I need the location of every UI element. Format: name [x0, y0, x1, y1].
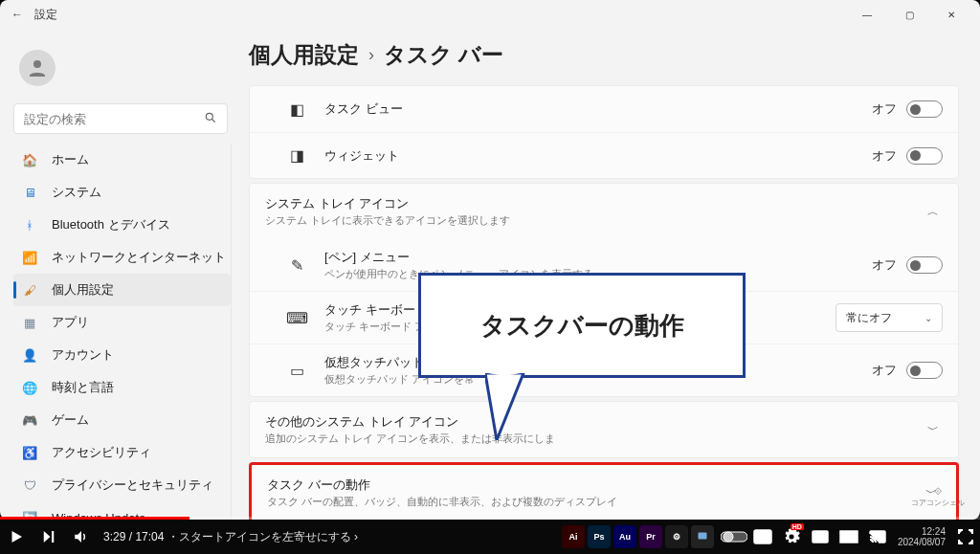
- dropdown[interactable]: 常にオフ⌄: [835, 303, 943, 332]
- profile[interactable]: [13, 38, 232, 98]
- next-button[interactable]: [33, 520, 65, 554]
- sidebar-item-label: 時刻と言語: [52, 379, 114, 396]
- toggle-row-0: ◧ タスク ビュー オフ: [250, 86, 958, 132]
- nav-icon: 📶: [21, 249, 38, 266]
- sidebar-item-label: ホーム: [52, 151, 89, 168]
- core-console-label: ⟐ コアコンシェル: [911, 482, 965, 508]
- toggle-switch[interactable]: [906, 362, 943, 379]
- sidebar-item-label: Bluetooth とデバイス: [52, 216, 170, 233]
- svg-rect-12: [754, 530, 771, 543]
- nav-icon: 🌐: [21, 379, 38, 396]
- svg-marker-6: [44, 531, 51, 543]
- sidebar-item-label: ゲーム: [52, 411, 89, 429]
- breadcrumb-current: タスク バー: [384, 40, 503, 70]
- theater-button[interactable]: [835, 520, 863, 554]
- sidebar-item-label: システム: [52, 184, 101, 201]
- close-button[interactable]: ✕: [930, 0, 972, 29]
- play-button[interactable]: [0, 520, 33, 554]
- taskbar-behavior-row[interactable]: タスク バーの動作 タスク バーの配置、バッジ、自動的に非表示、および複数のディ…: [249, 462, 959, 520]
- nav-icon: 🏠: [21, 151, 38, 168]
- chevron-up-icon: ︿: [924, 204, 943, 220]
- svg-rect-14: [820, 537, 827, 542]
- avatar: [19, 50, 56, 86]
- sidebar-item-label: ネットワークとインターネット: [52, 249, 226, 266]
- toggle-switch[interactable]: [906, 100, 943, 118]
- nav-icon: 🛡: [21, 476, 38, 494]
- other-tray-header[interactable]: その他のシステム トレイ アイコン 追加のシステム トレイ アイコンを表示、また…: [250, 402, 958, 457]
- svg-marker-3: [485, 373, 523, 440]
- svg-rect-9: [698, 533, 706, 540]
- sidebar-item-8[interactable]: 🎮ゲーム: [13, 404, 231, 436]
- row-icon: ⌨: [286, 309, 307, 327]
- chevron-down-icon: ﹀: [924, 422, 943, 438]
- systray-header[interactable]: システム トレイ アイコン システム トレイに表示できるアイコンを選択します ︿: [250, 184, 958, 239]
- sidebar-item-3[interactable]: 📶ネットワークとインターネット: [13, 241, 231, 274]
- window-title: 設定: [34, 7, 57, 23]
- svg-rect-15: [840, 531, 858, 543]
- back-button[interactable]: ←: [8, 8, 27, 21]
- nav-icon: 🖌: [21, 281, 38, 299]
- row-icon: ◧: [286, 100, 307, 119]
- search-icon: [204, 111, 217, 127]
- row-icon: ◨: [286, 146, 307, 165]
- volume-button[interactable]: [65, 520, 98, 554]
- sidebar-item-label: 個人用設定: [52, 281, 114, 299]
- svg-rect-7: [52, 531, 54, 543]
- breadcrumb: 個人用設定 › タスク バー: [249, 40, 959, 70]
- sidebar-item-1[interactable]: 🖥システム: [13, 176, 231, 209]
- maximize-button[interactable]: ▢: [888, 0, 930, 29]
- miniplayer-button[interactable]: [806, 520, 835, 554]
- svg-marker-8: [75, 531, 81, 543]
- annotation-callout: タスクバーの動作: [418, 273, 746, 378]
- time-display: 3:29 / 17:04 ・スタートアイコンを左寄せにする ›: [98, 529, 364, 545]
- minimize-button[interactable]: ―: [846, 0, 888, 29]
- sidebar-item-10[interactable]: 🛡プライバシーとセキュリティ: [13, 469, 231, 501]
- row-icon: ▭: [286, 362, 307, 380]
- toggle-switch[interactable]: [906, 256, 943, 274]
- sidebar-item-label: アクセシビリティ: [52, 444, 151, 461]
- nav-icon: ♿: [21, 444, 38, 461]
- sidebar-item-6[interactable]: 👤アカウント: [13, 339, 231, 371]
- sidebar-item-label: アカウント: [52, 346, 114, 364]
- svg-point-11: [724, 532, 733, 542]
- nav-icon: ᚼ: [21, 216, 38, 233]
- sidebar-item-9[interactable]: ♿アクセシビリティ: [13, 436, 231, 469]
- nav-icon: 🖥: [21, 184, 38, 201]
- sidebar-item-5[interactable]: ▦アプリ: [13, 306, 231, 339]
- fullscreen-button[interactable]: [951, 520, 980, 554]
- taskbar-app-icons: Ai Ps Au Pr ⚙: [562, 525, 714, 548]
- sidebar-item-2[interactable]: ᚼBluetooth とデバイス: [13, 209, 231, 241]
- autoplay-toggle[interactable]: [720, 520, 748, 554]
- cast-button[interactable]: [863, 520, 892, 554]
- nav-icon: ▦: [21, 314, 38, 331]
- svg-marker-5: [12, 531, 23, 543]
- svg-point-1: [206, 113, 212, 120]
- toggle-switch[interactable]: [906, 147, 943, 165]
- system-clock: 12:24 2024/08/07: [892, 526, 951, 547]
- nav-icon: 👤: [21, 346, 38, 364]
- breadcrumb-parent[interactable]: 個人用設定: [249, 40, 359, 70]
- sidebar-item-label: プライバシーとセキュリティ: [52, 476, 213, 494]
- search-input[interactable]: [13, 103, 228, 134]
- svg-line-2: [212, 119, 215, 122]
- settings-button[interactable]: HD: [777, 520, 806, 554]
- sidebar-item-0[interactable]: 🏠ホーム: [13, 144, 231, 176]
- row-icon: ✎: [286, 256, 307, 275]
- captions-button[interactable]: [748, 520, 777, 554]
- sidebar-item-4[interactable]: 🖌個人用設定: [13, 274, 231, 306]
- sidebar-item-7[interactable]: 🌐時刻と言語: [13, 371, 231, 404]
- sidebar-item-label: アプリ: [52, 314, 89, 331]
- nav-icon: 🎮: [21, 411, 38, 429]
- svg-point-0: [33, 60, 41, 68]
- toggle-row-1: ◨ ウィジェット オフ: [250, 132, 958, 178]
